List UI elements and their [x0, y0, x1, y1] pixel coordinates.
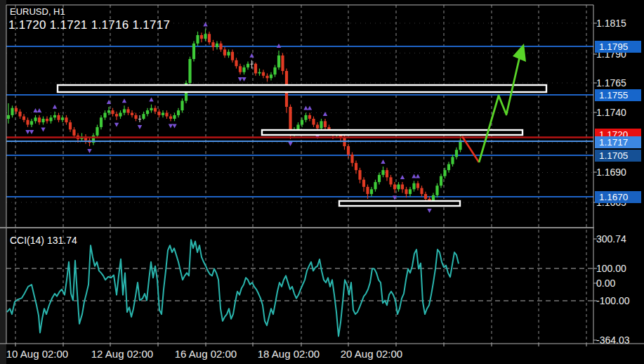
- candle-body: [443, 170, 446, 176]
- fractal-up-icon: [249, 53, 254, 58]
- candle-body: [126, 109, 129, 112]
- fractal-up-icon: [381, 160, 385, 164]
- candle-body: [247, 64, 249, 67]
- level-price-badge: 1.1705: [595, 150, 641, 162]
- level-price-badge: 1.1670: [595, 191, 641, 203]
- candle-body: [301, 120, 303, 125]
- candle-body: [192, 44, 195, 59]
- candle-body: [231, 52, 234, 60]
- candle-body: [211, 42, 214, 47]
- candle-body: [405, 189, 407, 194]
- candle-body: [41, 119, 44, 122]
- candle-body: [146, 110, 149, 114]
- candle-body: [308, 115, 311, 119]
- chart-canvas[interactable]: [0, 0, 644, 364]
- time-axis-label: 12 Aug 02:00: [80, 348, 164, 360]
- fractal-up-icon: [303, 106, 308, 110]
- candle-body: [72, 129, 75, 136]
- cci-axis-label: 0.00: [596, 278, 615, 289]
- candle-body: [312, 119, 315, 125]
- candle-body: [273, 67, 276, 74]
- candle-body: [69, 122, 72, 129]
- candle-body: [409, 189, 412, 194]
- candle-body: [177, 110, 180, 115]
- fractal-down-icon: [138, 125, 142, 129]
- trading-chart-window: EURUSD, H1 1.1720 1.1721 1.1716 1.1717 C…: [0, 0, 644, 364]
- time-axis-label: 16 Aug 02:00: [164, 348, 248, 360]
- candle-body: [34, 117, 37, 121]
- symbol-title: EURUSD, H1: [10, 6, 65, 17]
- candle-body: [420, 188, 423, 195]
- candle-body: [15, 108, 18, 112]
- candle-body: [134, 115, 137, 119]
- candle-body: [138, 119, 141, 119]
- candle-body: [250, 64, 253, 65]
- forecast-up-line: [479, 51, 521, 162]
- candle-body: [347, 146, 350, 155]
- fractal-up-icon: [37, 108, 41, 112]
- cci-axis-label: 100.00: [596, 263, 626, 274]
- candle-body: [381, 170, 384, 175]
- candle-body: [30, 121, 33, 124]
- candle-body: [150, 108, 152, 110]
- candle-body: [451, 157, 454, 164]
- candle-body: [18, 112, 21, 117]
- fractal-up-icon: [308, 106, 312, 110]
- level-price-badge: 1.1795: [595, 41, 641, 53]
- cci-indicator-layer: [7, 240, 459, 336]
- candle-body: [61, 117, 64, 119]
- fractal-up-icon: [400, 175, 405, 179]
- fractal-down-icon: [427, 209, 431, 213]
- fractal-up-icon: [122, 98, 126, 103]
- current-price-badge: 1.1717: [595, 136, 641, 148]
- candle-body: [355, 163, 357, 170]
- candle-body: [227, 52, 230, 56]
- fractal-up-icon: [149, 98, 153, 102]
- candle-body: [320, 121, 322, 128]
- fractal-down-icon: [29, 130, 34, 134]
- candle-body: [343, 138, 346, 146]
- forecast-arrow-layer[interactable]: [462, 44, 526, 162]
- candle-body: [424, 194, 427, 199]
- candle-body: [100, 117, 103, 127]
- candle-body: [350, 155, 353, 163]
- candle-body: [277, 56, 280, 67]
- zone-rectangles-layer[interactable]: [58, 85, 546, 206]
- cci-axis-label: -364.03: [596, 334, 629, 346]
- cci-indicator-label: CCI(14) 131.74: [10, 235, 77, 246]
- candle-body: [412, 183, 415, 190]
- fractal-up-icon: [53, 105, 57, 109]
- candle-body: [378, 175, 381, 182]
- candle-body: [196, 35, 199, 44]
- candle-body: [447, 164, 450, 171]
- candle-body: [265, 76, 268, 78]
- candle-body: [362, 180, 365, 187]
- candle-body: [49, 117, 52, 121]
- chart-frame-layer: [0, 5, 644, 346]
- candle-body: [242, 67, 245, 72]
- fractal-up-icon: [412, 174, 416, 178]
- fractal-down-icon: [25, 130, 29, 134]
- candle-body: [107, 110, 110, 112]
- candle-body: [324, 121, 327, 127]
- candle-body: [389, 177, 392, 184]
- candle-body: [180, 101, 183, 111]
- candle-body: [188, 59, 191, 83]
- time-axis-label: 18 Aug 02:00: [247, 348, 331, 360]
- level-lines-layer[interactable]: [6, 46, 593, 197]
- price-axis-label: 1.1690: [596, 167, 626, 178]
- candle-body: [397, 185, 400, 190]
- fractal-down-icon: [242, 77, 246, 82]
- candle-body: [216, 44, 218, 47]
- candle-body: [142, 114, 145, 119]
- fractal-up-icon: [33, 108, 37, 112]
- candle-body: [401, 185, 404, 190]
- price-axis-label: 1.1765: [596, 77, 626, 89]
- cci-axis-label: -100.00: [596, 295, 629, 306]
- candle-body: [358, 170, 361, 180]
- candle-body: [123, 109, 126, 112]
- candle-body: [53, 115, 56, 117]
- candle-body: [65, 117, 67, 122]
- level-price-badge: 1.1755: [595, 89, 641, 101]
- candle-body: [103, 113, 106, 118]
